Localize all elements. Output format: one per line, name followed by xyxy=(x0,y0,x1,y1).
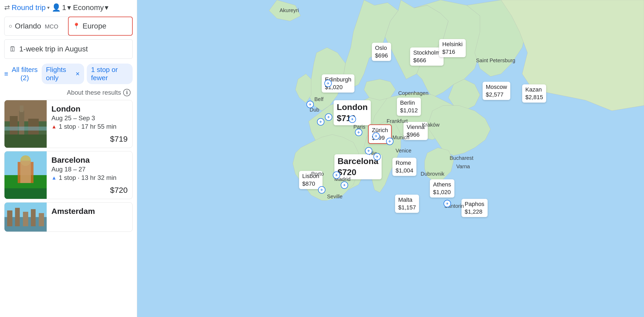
barcelona-dates: Aug 18 – 27 xyxy=(51,166,128,173)
stops-label: 1 stop or fewer xyxy=(91,66,128,82)
airport-dot-dot10[interactable]: ✈ xyxy=(373,153,381,160)
class-label: Economy xyxy=(73,3,104,12)
flights-only-label: Flights only xyxy=(46,66,73,82)
class-button[interactable]: Economy ▾ xyxy=(73,3,109,12)
origin-value: Orlando MCO xyxy=(15,22,58,30)
barcelona-city: Barcelona xyxy=(51,156,128,165)
price-label-paphos[interactable]: Paphos$1,228 xyxy=(462,199,488,217)
passengers-button[interactable]: 👤 1 ▾ xyxy=(52,3,71,12)
city-name-helsinki: Helsinki xyxy=(442,41,463,48)
city-name-barcelona: Barcelona xyxy=(338,156,378,167)
svg-rect-6 xyxy=(4,135,47,148)
airport-dot-dot4[interactable]: ✈ xyxy=(317,118,324,126)
destination-icon: 📍 xyxy=(73,23,80,30)
date-field[interactable]: 🗓 1-week trip in August xyxy=(4,39,133,59)
trip-type-chevron: ▾ xyxy=(47,5,50,11)
city-name-london: London xyxy=(337,102,368,113)
trip-type-label: Round trip xyxy=(12,3,46,12)
svg-rect-18 xyxy=(23,212,28,226)
price-label-lisbon[interactable]: Lisbon$870 xyxy=(299,171,323,189)
calendar-icon: 🗓 xyxy=(9,45,16,53)
price-val-oslo: $696 xyxy=(375,52,388,60)
london-image xyxy=(4,100,47,148)
airport-dot-dot5[interactable]: ✈ xyxy=(349,116,356,123)
top-bar: ⇄ Round trip ▾ 👤 1 ▾ Economy ▾ xyxy=(4,3,133,12)
svg-rect-20 xyxy=(39,213,44,226)
origin-field[interactable]: ○ Orlando MCO xyxy=(4,17,68,35)
svg-rect-3 xyxy=(19,111,24,137)
barcelona-info: Barcelona Aug 18 – 27 ▲ 1 stop · 13 hr 3… xyxy=(47,151,132,199)
about-results-label: About these results xyxy=(67,89,121,96)
airport-dot-dot9[interactable]: ✈ xyxy=(365,147,372,155)
city-name-berlin: Berlin xyxy=(400,99,418,107)
price-label-rome[interactable]: Rome$1,004 xyxy=(392,158,416,176)
price-label-kazan[interactable]: Kazan$2,815 xyxy=(522,84,546,103)
london-dates: Aug 25 – Sep 3 xyxy=(51,114,128,122)
flights-only-close-icon[interactable]: ✕ xyxy=(75,71,80,77)
flight-card-amsterdam[interactable]: Amsterdam xyxy=(4,202,133,232)
barcelona-stop-icon: ▲ xyxy=(51,175,57,181)
city-name-stockholm: Stockholm xyxy=(413,49,440,57)
passengers-chevron: ▾ xyxy=(67,3,71,12)
svg-rect-7 xyxy=(4,127,47,131)
city-name-athens: Athens xyxy=(433,181,451,189)
airport-dot-dot11[interactable]: ✈ xyxy=(333,171,340,179)
london-price: $719 xyxy=(51,135,128,143)
price-label-malta[interactable]: Malta$1,157 xyxy=(395,195,419,213)
svg-rect-4 xyxy=(20,105,23,112)
airport-dot-dot3[interactable]: ✈ xyxy=(325,113,332,121)
airport-dot-dot7[interactable]: ✈ xyxy=(372,132,380,140)
filters-row: ≡ All filters (2) Flights only ✕ 1 stop … xyxy=(4,64,133,84)
city-name-oslo: Oslo xyxy=(375,44,388,52)
city-name-kazan: Kazan xyxy=(525,86,543,94)
svg-rect-17 xyxy=(15,208,20,226)
barcelona-stops: ▲ 1 stop · 13 hr 32 min xyxy=(51,174,128,181)
price-label-athens[interactable]: Athens$1,020 xyxy=(430,179,454,198)
price-val-lisbon: $870 xyxy=(302,180,319,188)
price-val-malta: $1,157 xyxy=(398,204,416,212)
price-val-rome: $1,004 xyxy=(396,167,413,175)
barcelona-price: $720 xyxy=(51,186,128,195)
amsterdam-city: Amsterdam xyxy=(51,207,128,216)
price-label-stockholm[interactable]: Stockholm$666 xyxy=(410,47,444,66)
flight-card-london[interactable]: London Aug 25 – Sep 3 ▲ 1 stop · 17 hr 5… xyxy=(4,100,133,148)
price-label-helsinki[interactable]: Helsinki$716 xyxy=(439,39,466,57)
airport-dot-dot1[interactable]: ✈ xyxy=(324,80,332,87)
city-name-moscow: Moscow xyxy=(486,83,507,91)
airport-dot-dot6[interactable]: ✈ xyxy=(355,129,362,136)
city-name-paphos: Paphos xyxy=(465,200,484,208)
price-val-berlin: $1,012 xyxy=(400,107,418,114)
london-stops: ▲ 1 stop · 17 hr 55 min xyxy=(51,123,128,130)
flight-card-barcelona[interactable]: Barcelona Aug 18 – 27 ▲ 1 stop · 13 hr 3… xyxy=(4,151,133,199)
price-label-vienna[interactable]: Vienna$966 xyxy=(403,122,428,140)
flights-only-chip[interactable]: Flights only ✕ xyxy=(42,64,84,84)
left-panel: ⇄ Round trip ▾ 👤 1 ▾ Economy ▾ ○ Orlando… xyxy=(0,0,137,317)
airport-dot-dot14[interactable]: ✈ xyxy=(444,200,451,207)
airport-dot-dot2[interactable]: ✈ xyxy=(306,101,314,108)
price-label-oslo[interactable]: Oslo$696 xyxy=(372,43,391,61)
info-icon[interactable]: ℹ xyxy=(123,89,131,96)
city-name-lisbon: Lisbon xyxy=(302,172,319,180)
passenger-icon: 👤 xyxy=(52,3,61,12)
svg-rect-13 xyxy=(4,188,47,199)
price-val-paphos: $1,228 xyxy=(465,208,484,216)
price-val-barcelona: $720 xyxy=(338,167,378,178)
airport-dot-dot12[interactable]: ✈ xyxy=(341,181,348,189)
class-chevron: ▾ xyxy=(105,3,108,12)
svg-rect-12 xyxy=(20,161,31,183)
trip-type-button[interactable]: ⇄ Round trip ▾ xyxy=(4,3,50,12)
price-val-stockholm: $666 xyxy=(413,57,440,64)
london-city: London xyxy=(51,104,128,113)
barcelona-image xyxy=(4,151,47,199)
all-filters-button[interactable]: ≡ All filters (2) xyxy=(4,66,39,82)
destination-value: Europe xyxy=(83,22,106,30)
airport-dot-dot13[interactable]: ✈ xyxy=(318,186,325,194)
stops-chip[interactable]: 1 stop or fewer xyxy=(87,64,133,84)
price-label-berlin[interactable]: Berlin$1,012 xyxy=(397,98,421,116)
price-label-moscow[interactable]: Moscow$2,577 xyxy=(483,82,510,100)
destination-field[interactable]: 📍 Europe xyxy=(68,17,133,36)
date-value: 1-week trip in August xyxy=(19,45,88,53)
svg-rect-19 xyxy=(31,209,36,226)
airport-dot-dot8[interactable]: ✈ xyxy=(386,138,393,145)
price-val-moscow: $2,577 xyxy=(486,91,507,99)
